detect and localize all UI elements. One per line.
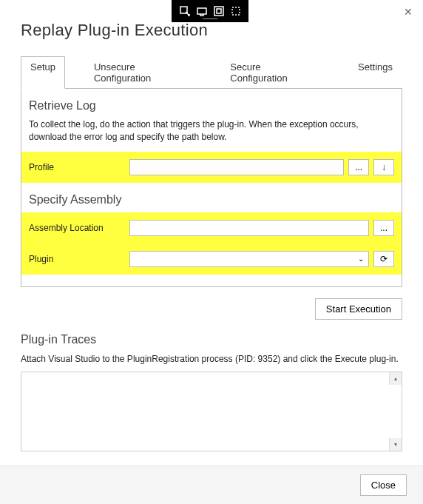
setup-panel: Retrieve Log To collect the log, do the … — [21, 88, 402, 287]
svg-rect-4 — [232, 7, 240, 15]
profile-browse-button[interactable]: ... — [348, 159, 369, 175]
assembly-location-row: Assembly Location ... — [21, 212, 402, 243]
scroll-down-button[interactable]: ▾ — [389, 438, 402, 451]
specify-assembly-title: Specify Assembly — [29, 193, 394, 206]
traces-title: Plug-in Traces — [21, 333, 423, 346]
tab-settings[interactable]: Settings — [348, 56, 402, 89]
scroll-up-button[interactable]: ▴ — [389, 372, 402, 385]
svg-rect-1 — [197, 8, 206, 14]
tab-secure[interactable]: Secure Configuration — [220, 56, 313, 89]
snip-icon-4[interactable] — [230, 5, 242, 17]
dialog-footer: Close — [0, 466, 423, 504]
snip-icon-1[interactable] — [179, 5, 191, 17]
refresh-icon: ⟳ — [380, 254, 388, 264]
plugin-combo[interactable]: ⌄ — [129, 251, 369, 267]
profile-download-button[interactable]: ↓ — [373, 159, 394, 175]
svg-rect-3 — [217, 9, 221, 13]
assembly-location-label: Assembly Location — [29, 223, 125, 233]
plugin-label: Plugin — [29, 254, 125, 264]
plugin-input[interactable] — [129, 251, 353, 267]
retrieve-log-instruction: To collect the log, do the action that t… — [29, 118, 394, 144]
svg-rect-2 — [214, 7, 223, 16]
plugin-refresh-button[interactable]: ⟳ — [373, 251, 394, 267]
dialog-title: Replay Plug-in Execution — [21, 21, 423, 40]
traces-textbox[interactable]: ▴ ▾ — [21, 372, 402, 451]
tab-setup[interactable]: Setup — [21, 56, 65, 89]
assembly-browse-button[interactable]: ... — [373, 220, 394, 236]
profile-row: Profile ... ↓ — [21, 152, 402, 183]
snip-icon-3[interactable] — [213, 5, 225, 17]
snip-toolbar — [172, 0, 248, 22]
assembly-location-input[interactable] — [129, 220, 369, 236]
plugin-row: Plugin ⌄ ⟳ — [21, 243, 402, 275]
download-icon: ↓ — [382, 162, 386, 172]
snip-icon-2[interactable] — [196, 5, 208, 17]
profile-input[interactable] — [129, 159, 344, 175]
start-row: Start Execution — [21, 298, 402, 320]
retrieve-log-title: Retrieve Log — [29, 99, 394, 112]
tab-unsecure[interactable]: Unsecure Configuration — [84, 56, 185, 89]
close-button[interactable]: Close — [360, 474, 407, 496]
toolbar-grip[interactable] — [203, 19, 217, 21]
chevron-down-icon[interactable]: ⌄ — [353, 251, 369, 267]
traces-instruction: Attach Visual Studio to the PluginRegist… — [21, 354, 402, 364]
tab-strip: Setup Unsecure Configuration Secure Conf… — [21, 56, 402, 89]
start-execution-button[interactable]: Start Execution — [315, 298, 402, 320]
profile-label: Profile — [29, 162, 125, 172]
close-icon[interactable]: ✕ — [404, 6, 413, 18]
